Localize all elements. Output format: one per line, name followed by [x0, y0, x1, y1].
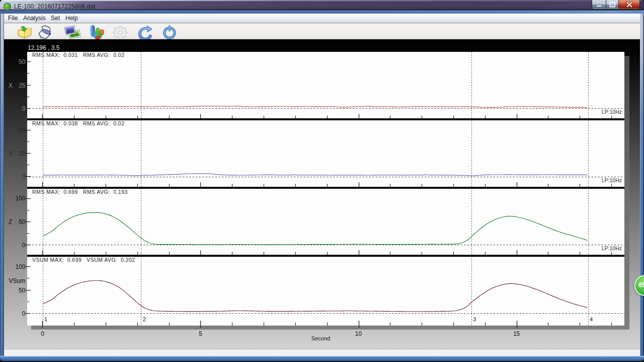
svg-text:LP:10Hz: LP:10Hz — [602, 177, 622, 183]
svg-text:3: 3 — [473, 316, 476, 322]
svg-text:50: 50 — [19, 127, 26, 134]
svg-text:0: 0 — [22, 242, 26, 249]
svg-text:25: 25 — [19, 150, 26, 157]
svg-text:Z: Z — [9, 219, 12, 226]
svg-text:RMS MAX: 0.699 RMS AVG: 0.: RMS MAX: 0.699 RMS AVG: 0.193 — [32, 189, 128, 195]
svg-text:10: 10 — [355, 330, 362, 337]
svg-text:100: 100 — [15, 195, 25, 202]
svg-text:15: 15 — [513, 330, 520, 337]
svg-text:12.196 , 3.5: 12.196 , 3.5 — [28, 44, 60, 51]
svg-text:Second: Second — [311, 335, 330, 341]
svg-text:VSUM MAX: 0.699 VSUM AVG:: VSUM MAX: 0.699 VSUM AVG: 0.202 — [32, 257, 135, 263]
svg-text:0: 0 — [41, 330, 44, 337]
svg-text:5: 5 — [199, 330, 202, 337]
svg-text:50: 50 — [19, 287, 26, 294]
svg-text:X: X — [9, 82, 13, 89]
svg-text:LP:10Hz: LP:10Hz — [602, 245, 622, 251]
svg-text:0: 0 — [22, 173, 26, 180]
svg-text:0: 0 — [22, 310, 26, 317]
svg-text:VSum: VSum — [9, 277, 26, 284]
svg-text:0: 0 — [22, 105, 26, 112]
svg-text:4: 4 — [590, 316, 593, 322]
svg-text:LP:10Hz: LP:10Hz — [602, 109, 622, 115]
svg-text:1: 1 — [44, 316, 47, 322]
svg-text:50: 50 — [19, 219, 26, 226]
svg-text:RMS MAX: 0.031 RMS AVG: 0.: RMS MAX: 0.031 RMS AVG: 0.02 — [32, 52, 124, 58]
svg-text:50: 50 — [19, 58, 26, 65]
svg-text:25: 25 — [19, 82, 26, 89]
svg-text:Y: Y — [9, 150, 13, 157]
svg-text:100: 100 — [15, 263, 25, 270]
svg-text:2: 2 — [143, 316, 146, 322]
svg-text:RMS MAX: 0.038 RMS AVG: 0.: RMS MAX: 0.038 RMS AVG: 0.02 — [32, 120, 124, 126]
